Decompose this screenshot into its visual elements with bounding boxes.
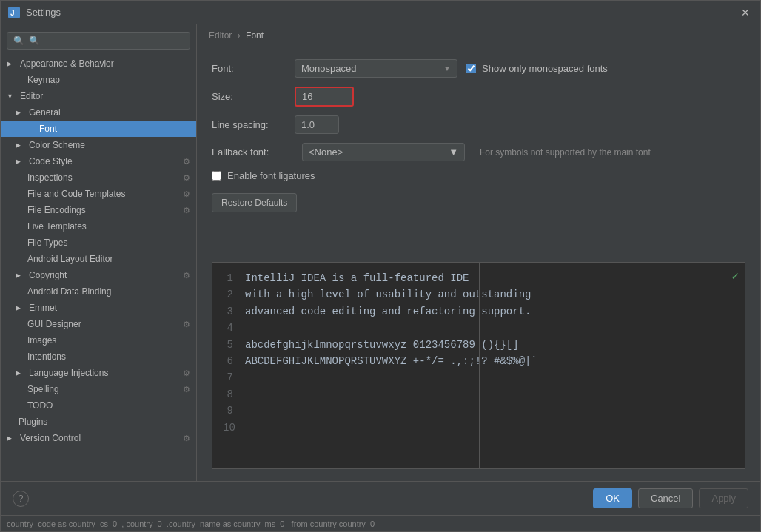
sidebar-item-emmet[interactable]: ▶Emmet: [1, 300, 196, 316]
nav-container: ▶Appearance & BehaviorKeymap▼Editor▶Gene…: [1, 55, 196, 446]
breadcrumb-sep: ›: [238, 30, 241, 41]
arrow-icon: ▶: [16, 369, 24, 377]
sidebar-item-label: Intentions: [27, 351, 66, 362]
config-icon: ⚙: [183, 385, 190, 394]
cancel-button[interactable]: Cancel: [638, 488, 693, 508]
show-monospaced-checkbox[interactable]: [466, 64, 476, 73]
sidebar-item-file-code-templates[interactable]: File and Code Templates⚙: [1, 186, 196, 202]
sidebar-item-label: Images: [27, 335, 56, 346]
title-bar: J Settings ✕: [1, 1, 760, 24]
sidebar-item-label: Inspections: [27, 172, 73, 183]
statusbar-text: country_code as country_cs_0_, country_0…: [7, 519, 379, 528]
right-panel: Editor › Font Font: Monospaced ▼ Show on…: [197, 24, 760, 481]
line-code: abcdefghijklmnopqrstuvwxyz 0123456789 ()…: [245, 337, 519, 353]
sidebar-item-label: Color Scheme: [29, 140, 85, 150]
size-input[interactable]: [295, 87, 354, 107]
line-number: 10: [223, 420, 235, 436]
sidebar-item-file-types[interactable]: File Types: [1, 235, 196, 251]
show-monospaced-row: Show only monospaced fonts: [466, 63, 608, 74]
font-value: Monospaced: [301, 63, 356, 74]
line-code: with a high level of usability and outst…: [245, 286, 531, 303]
line-spacing-input[interactable]: [295, 115, 339, 134]
sidebar-item-intentions[interactable]: Intentions: [1, 349, 196, 365]
help-button[interactable]: ?: [13, 491, 29, 507]
svg-text:J: J: [10, 9, 15, 17]
fallback-hint: For symbols not supported by the main fo…: [480, 147, 651, 158]
sidebar-item-appearance[interactable]: ▶Appearance & Behavior: [1, 55, 196, 72]
sidebar-item-plugins[interactable]: Plugins: [1, 414, 196, 430]
app-icon: J: [8, 7, 20, 18]
fallback-dropdown[interactable]: <None> ▼: [302, 143, 465, 161]
font-row: Font: Monospaced ▼ Show only monospaced …: [212, 59, 745, 78]
sidebar-item-spelling[interactable]: Spelling⚙: [1, 381, 196, 397]
ok-button[interactable]: OK: [593, 488, 632, 508]
sidebar-item-todo[interactable]: TODO: [1, 397, 196, 414]
ligatures-checkbox[interactable]: [212, 171, 221, 181]
close-button[interactable]: ✕: [738, 5, 753, 20]
sidebar-item-label: Live Templates: [27, 221, 87, 232]
sidebar-item-editor[interactable]: ▼Editor: [1, 88, 196, 104]
line-number: 8: [223, 386, 233, 403]
sidebar-item-label: Plugins: [19, 417, 47, 427]
sidebar-item-language-injections[interactable]: ▶Language Injections⚙: [1, 365, 196, 381]
sidebar-item-font[interactable]: Font: [1, 121, 196, 137]
ligatures-label: Enable font ligatures: [227, 170, 315, 181]
preview-area: ✓ 1IntelliJ IDEA is a full-featured IDE2…: [212, 262, 745, 469]
sidebar-item-copyright[interactable]: ▶Copyright⚙: [1, 267, 196, 283]
search-box[interactable]: 🔍: [7, 32, 190, 50]
config-icon: ⚙: [183, 434, 190, 443]
breadcrumb-parent: Editor: [209, 30, 232, 41]
sidebar-item-label: Editor: [20, 91, 43, 101]
line-code: advanced code editing and refactoring su…: [245, 303, 531, 320]
config-icon: ⚙: [183, 157, 190, 166]
line-number: 3: [223, 303, 233, 320]
statusbar: country_code as country_cs_0_, country_0…: [1, 515, 760, 531]
sidebar: 🔍 ▶Appearance & BehaviorKeymap▼Editor▶Ge…: [1, 24, 197, 481]
title-bar-left: J Settings: [8, 7, 61, 18]
arrow-icon: ▶: [16, 141, 24, 149]
restore-defaults-button[interactable]: Restore Defaults: [212, 193, 297, 212]
panel-content: Font: Monospaced ▼ Show only monospaced …: [197, 47, 760, 262]
sidebar-item-label: Language Injections: [29, 368, 108, 378]
sidebar-item-file-encodings[interactable]: File Encodings⚙: [1, 202, 196, 218]
sidebar-item-label: Appearance & Behavior: [20, 58, 114, 69]
arrow-icon: ▶: [16, 272, 24, 279]
font-dropdown[interactable]: Monospaced ▼: [295, 59, 457, 78]
sidebar-item-android-data[interactable]: Android Data Binding: [1, 283, 196, 300]
sidebar-item-keymap[interactable]: Keymap: [1, 72, 196, 88]
apply-button[interactable]: Apply: [699, 488, 748, 508]
preview-check-icon: ✓: [731, 269, 739, 283]
sidebar-item-general[interactable]: ▶General: [1, 104, 196, 121]
search-icon: 🔍: [13, 36, 24, 46]
config-icon: ⚙: [183, 368, 190, 378]
line-number: 5: [223, 337, 233, 353]
font-dropdown-arrow: ▼: [443, 64, 451, 73]
sidebar-item-label: Version Control: [20, 433, 81, 443]
font-label: Font:: [212, 63, 286, 74]
sidebar-item-label: Android Layout Editor: [27, 254, 113, 264]
line-spacing-row: Line spacing:: [212, 115, 745, 134]
sidebar-item-inspections[interactable]: Inspections⚙: [1, 169, 196, 186]
fallback-dropdown-arrow: ▼: [449, 147, 458, 158]
sidebar-item-label: Spelling: [27, 384, 59, 394]
sidebar-item-label: Keymap: [27, 75, 60, 85]
sidebar-item-color-scheme[interactable]: ▶Color Scheme: [1, 137, 196, 153]
config-icon: ⚙: [183, 320, 190, 329]
sidebar-item-android-layout[interactable]: Android Layout Editor: [1, 251, 196, 267]
search-input[interactable]: [29, 36, 184, 46]
config-icon: ⚙: [183, 206, 190, 215]
line-code: ABCDEFGHIJKLMNOPQRSTUVWXYZ +-*/= .,:;!? …: [245, 353, 537, 369]
sidebar-item-code-style[interactable]: ▶Code Style⚙: [1, 153, 196, 169]
sidebar-item-label: Code Style: [29, 156, 73, 166]
sidebar-item-images[interactable]: Images: [1, 332, 196, 349]
sidebar-item-gui-designer[interactable]: GUI Designer⚙: [1, 316, 196, 332]
sidebar-item-label: Android Data Binding: [27, 286, 111, 297]
sidebar-item-version-control[interactable]: ▶Version Control⚙: [1, 430, 196, 446]
ligatures-row: Enable font ligatures: [212, 170, 745, 181]
sidebar-item-label: File Encodings: [27, 205, 86, 215]
fallback-row: Fallback font: <None> ▼ For symbols not …: [212, 143, 745, 161]
sidebar-item-live-templates[interactable]: Live Templates: [1, 218, 196, 235]
arrow-icon: ▶: [16, 158, 24, 165]
config-icon: ⚙: [183, 271, 190, 280]
line-number: 6: [223, 353, 233, 369]
